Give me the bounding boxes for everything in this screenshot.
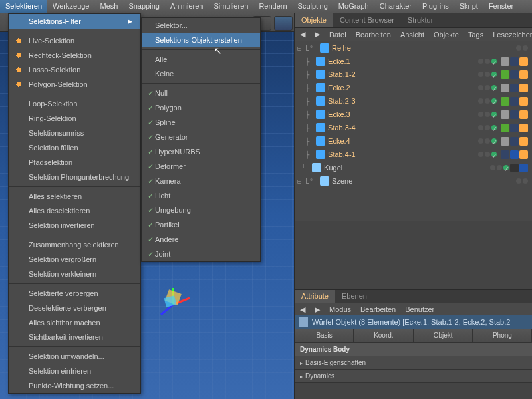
- object-row[interactable]: ├ Stab.3-4✓: [295, 121, 532, 134]
- object-row[interactable]: ├ Stab.4-1✓: [295, 148, 532, 161]
- menu-item[interactable]: Selektion Phongunterbrechung: [9, 170, 140, 184]
- attr-btn[interactable]: Koord.: [354, 329, 413, 343]
- main-menubar[interactable]: SelektierenWerkzeugeMeshSnappingAnimiere…: [0, 0, 532, 13]
- tab-objekte[interactable]: Objekte: [295, 13, 333, 27]
- attr-tab[interactable]: Attribute: [295, 290, 335, 303]
- attrbar-item[interactable]: Bearbeiten: [360, 305, 396, 313]
- menu-fenster[interactable]: Fenster: [483, 0, 519, 13]
- menu-skript[interactable]: Skript: [454, 0, 483, 13]
- menu-item[interactable]: Selektion invertieren: [9, 218, 140, 233]
- nav-arrow-icon[interactable]: ▶: [315, 305, 320, 314]
- menu-item[interactable]: Selektion vergrößern: [9, 252, 140, 267]
- menu-simulieren[interactable]: Simulieren: [208, 0, 253, 13]
- attr-tabs[interactable]: AttributeEbenen: [295, 290, 532, 303]
- attr-section[interactable]: ▸Dynamics: [295, 370, 532, 383]
- menu-item[interactable]: Selektion verkleinern: [9, 267, 140, 281]
- object-row[interactable]: ├ Ecke.1✓: [295, 55, 532, 68]
- filter-null[interactable]: ✓Null: [142, 86, 260, 100]
- menu-item[interactable]: Sichtbarkeit invertieren: [9, 330, 140, 344]
- tab-struktur[interactable]: Struktur: [401, 13, 440, 27]
- menu-item[interactable]: Rechteck-Selektion: [9, 48, 140, 63]
- selektieren-menu[interactable]: Selektions-Filter▶Live-SelektionRechteck…: [8, 13, 141, 394]
- menu-item[interactable]: Ring-Selektion: [9, 111, 140, 126]
- objbar-item[interactable]: Tags: [468, 31, 483, 39]
- dynamics-body-header[interactable]: Dynamics Body: [295, 343, 532, 356]
- menu-item[interactable]: Pfadselektion: [9, 155, 140, 170]
- menu-item[interactable]: Loop-Selektion: [9, 96, 140, 111]
- attr-tab[interactable]: Ebenen: [335, 290, 374, 303]
- object-row[interactable]: ├ Stab.2-3✓: [295, 94, 532, 108]
- tab-content browser[interactable]: Content Browser: [333, 13, 401, 27]
- filter-polygon[interactable]: ✓Polygon: [142, 100, 260, 115]
- selektions-filter-item[interactable]: Selektions-Filter▶: [9, 14, 140, 29]
- menu-charakter[interactable]: Charakter: [374, 0, 417, 13]
- attr-menubar[interactable]: ◀▶ModusBearbeitenBenutzer: [295, 303, 532, 315]
- menu-item[interactable]: Polygon-Selektion: [9, 77, 140, 92]
- tool-icon[interactable]: [274, 16, 293, 31]
- object-panel-tabs[interactable]: ObjekteContent BrowserStruktur: [295, 13, 532, 28]
- submenu-item[interactable]: Selektions-Objekt erstellen: [142, 33, 260, 47]
- menu-item[interactable]: Selektion umwandeln...: [9, 349, 140, 364]
- menu-item[interactable]: Selektierte verbergen: [9, 286, 140, 301]
- filter-joint[interactable]: ✓Joint: [142, 247, 260, 261]
- submenu-item[interactable]: Selektor...: [142, 18, 260, 33]
- filter-umgebung[interactable]: ✓Umgebung: [142, 203, 260, 217]
- object-row[interactable]: ├ Ecke.4✓: [295, 134, 532, 148]
- menu-animieren[interactable]: Animieren: [165, 0, 209, 13]
- objbar-item[interactable]: Lesezeichen: [493, 31, 532, 39]
- objbar-item[interactable]: Objekte: [434, 31, 459, 39]
- attrbar-item[interactable]: Benutzer: [405, 305, 434, 313]
- object-row[interactable]: ├ Ecke.2✓: [295, 81, 532, 94]
- filter-generator[interactable]: ✓Generator: [142, 130, 260, 144]
- menu-plug-ins[interactable]: Plug-ins: [417, 0, 454, 13]
- objbar-item[interactable]: Datei: [329, 31, 346, 39]
- attr-btn[interactable]: Basis: [295, 329, 354, 343]
- attr-btn[interactable]: Objekt: [414, 329, 473, 343]
- menu-item[interactable]: Alles selektieren: [9, 189, 140, 203]
- menu-item[interactable]: Zusammenhang selektieren: [9, 237, 140, 252]
- nav-arrow-icon[interactable]: ▶: [315, 30, 320, 39]
- menu-item[interactable]: Alles sichtbar machen: [9, 315, 140, 330]
- menu-item[interactable]: Live-Selektion: [9, 33, 140, 48]
- filter-hypernurbs[interactable]: ✓HyperNURBS: [142, 144, 260, 159]
- objbar-item[interactable]: Bearbeiten: [356, 31, 391, 39]
- menu-item[interactable]: Alles deselektieren: [9, 203, 140, 218]
- menu-selektieren[interactable]: Selektieren: [0, 0, 47, 13]
- menu-item[interactable]: Selektion einfrieren: [9, 364, 140, 378]
- object-row[interactable]: ⊟ L⁰ Reihe: [295, 41, 532, 55]
- selektions-filter-submenu[interactable]: Selektor...Selektions-Objekt erstellenAl…: [141, 17, 261, 262]
- menu-item[interactable]: Punkte-Wichtung setzen...: [9, 378, 140, 393]
- filter-deformer[interactable]: ✓Deformer: [142, 159, 260, 174]
- attr-section[interactable]: ▸Basis-Eigenschaften: [295, 356, 532, 370]
- object-row[interactable]: ├ Ecke.3✓: [295, 108, 532, 121]
- menu-mesh[interactable]: Mesh: [94, 0, 123, 13]
- filter-partikel[interactable]: ✓Partikel: [142, 217, 260, 232]
- menu-snapping[interactable]: Snapping: [123, 0, 165, 13]
- attr-button-row[interactable]: BasisKoord.ObjektPhong: [295, 329, 532, 343]
- object-tree[interactable]: ⊟ L⁰ Reihe ├ Ecke.1✓ ├ Stab.1-2✓ ├ Ecke.…: [295, 41, 532, 221]
- menu-item[interactable]: Selektionsumriss: [9, 126, 140, 140]
- object-row[interactable]: ├ Stab.1-2✓: [295, 68, 532, 81]
- filter-licht[interactable]: ✓Licht: [142, 188, 260, 203]
- menu-item[interactable]: Selektion füllen: [9, 140, 140, 155]
- object-row[interactable]: └ Kugel✓: [295, 161, 532, 174]
- menu-item[interactable]: Lasso-Selektion: [9, 63, 140, 77]
- object-menubar[interactable]: ◀▶DateiBearbeitenAnsichtObjekteTagsLesez…: [295, 28, 532, 41]
- menu-rendern[interactable]: Rendern: [253, 0, 292, 13]
- filter-spline[interactable]: ✓Spline: [142, 115, 260, 130]
- object-row[interactable]: ⊞ L⁰ Szene: [295, 174, 532, 188]
- menu-sculpting[interactable]: Sculpting: [293, 0, 333, 13]
- menu-item[interactable]: Deselektierte verbergen: [9, 301, 140, 315]
- filter-kamera[interactable]: ✓Kamera: [142, 174, 260, 188]
- submenu-item[interactable]: Keine: [142, 66, 260, 81]
- attr-btn[interactable]: Phong: [473, 329, 532, 343]
- axis-gizmo[interactable]: [153, 285, 193, 325]
- objbar-item[interactable]: Ansicht: [400, 31, 424, 39]
- filter-andere[interactable]: ✓Andere: [142, 232, 260, 247]
- menu-mograph[interactable]: MoGraph: [333, 0, 374, 13]
- menu-werkzeuge[interactable]: Werkzeuge: [47, 0, 94, 13]
- submenu-item[interactable]: Alle: [142, 52, 260, 66]
- nav-arrow-icon[interactable]: ◀: [300, 30, 305, 39]
- attrbar-item[interactable]: Modus: [329, 305, 351, 313]
- nav-arrow-icon[interactable]: ◀: [300, 305, 305, 314]
